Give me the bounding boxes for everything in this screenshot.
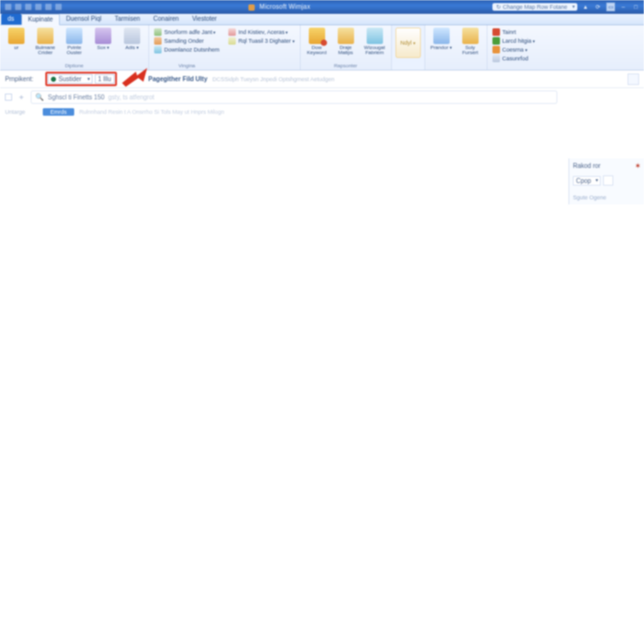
highlighted-combo-box: Sustider 1 Illu	[45, 72, 117, 86]
recipient-combo[interactable]: Sustider	[48, 74, 92, 84]
ribbon-mini-tainrt[interactable]: Tainrt	[491, 28, 536, 36]
svg-marker-0	[122, 68, 147, 87]
ribbon-group-5: Prandor Soly Fursert	[425, 25, 487, 70]
group-label	[396, 63, 421, 69]
task-pane: Rakod ror ✶ Cpop Sgute Ogene	[569, 158, 644, 204]
group-label: Vingina	[153, 63, 221, 69]
ribbon-mini-1[interactable]: Snorform adfe Jant	[153, 28, 221, 36]
list-row[interactable]: Untarge Emrds Rulnnhand Resin t A Onsrrh…	[0, 106, 644, 118]
ribbon-btn-ndyl[interactable]: Ndyl	[396, 28, 421, 58]
qat-icon[interactable]	[5, 4, 11, 10]
window-title: Microsoft Wimjax	[67, 3, 492, 10]
ribbon-btn-bulmane[interactable]: Bulmane Cridier	[33, 28, 58, 55]
ribbon-mini-casunrfod[interactable]: Casunrfod	[491, 54, 536, 63]
tab-file[interactable]: ds	[1, 14, 21, 25]
group-label	[429, 63, 483, 69]
title-bar: Microsoft Wimjax ↻ Change Map Row Fotane…	[0, 0, 644, 14]
task-pane-title: Rakod ror	[573, 162, 601, 169]
check-names-button[interactable]	[628, 74, 639, 85]
ribbon-options-icon[interactable]: ▭	[606, 3, 615, 11]
app-logo-icon	[248, 4, 255, 11]
qat-icon[interactable]	[15, 4, 21, 10]
sync-icon[interactable]: ⟳	[594, 3, 602, 11]
tab-0[interactable]: Kupinate	[21, 14, 60, 25]
ribbon-mini-coesrna[interactable]: Coesrna	[491, 45, 536, 54]
quick-access-toolbar	[0, 4, 67, 10]
status-dot-icon	[51, 77, 56, 82]
ribbon-mini-3[interactable]: Downlanoz Dutsnhem	[153, 45, 221, 54]
minimize-button[interactable]: –	[619, 3, 628, 11]
recipient-after-label: Pagegither Fild Ulty	[148, 75, 208, 82]
ribbon-btn-wizougat[interactable]: Wizougat Fabriem	[362, 28, 387, 55]
pane-button[interactable]	[603, 175, 613, 186]
ribbon-group-4: Ndyl	[392, 25, 425, 70]
ribbon-mini-4[interactable]: Ind Kistiev, Aceras	[227, 28, 296, 36]
red-arrow-annotation	[122, 72, 143, 87]
ribbon: ur Bulmane Cridier Pvinte Ouster Sox Adi…	[0, 25, 644, 70]
select-all-checkbox[interactable]	[5, 94, 12, 101]
user-icon[interactable]: ▲	[581, 3, 590, 11]
title-search-combo[interactable]: ↻ Change Map Row Fotane	[492, 3, 577, 11]
search-row: ✦ 🔍 Sghscl ti Finetts 150 gsty, ts atfen…	[0, 88, 644, 106]
row-text: Rulnnhand Resin t A Onsrrho Si Tols May …	[79, 109, 224, 115]
ribbon-group-3: Dow Keyword Draje Matips Wizougat Fabrie…	[301, 25, 392, 70]
ribbon-btn-soly[interactable]: Soly Fursert	[458, 28, 483, 55]
content-area: Prnpikent: Sustider 1 Illu Pagegither Fi…	[0, 70, 644, 644]
search-hint: gsty, ts atfengrot	[108, 94, 154, 101]
tab-3[interactable]: Conairen	[147, 14, 186, 25]
ribbon-mini-2[interactable]: Samding Onder	[153, 36, 221, 45]
tab-4[interactable]: Viestoter	[186, 14, 223, 25]
tab-1[interactable]: Duensol Piql	[60, 14, 108, 25]
ribbon-btn-pvinte[interactable]: Pvinte Ouster	[62, 28, 87, 55]
recipient-count-box[interactable]: 1 Illu	[95, 74, 114, 84]
title-right-cluster: ↻ Change Map Row Fotane ▲ ⟳ ▭ – □	[492, 3, 644, 11]
search-icon: 🔍	[35, 93, 44, 101]
ribbon-btn-adis[interactable]: Adis	[119, 28, 145, 55]
ribbon-btn-keyword[interactable]: Dow Keyword	[304, 28, 330, 55]
combo-value: Sustider	[58, 75, 82, 82]
qat-icon[interactable]	[45, 4, 52, 10]
pane-line: Sgute Ogene	[573, 194, 640, 201]
close-pane-button[interactable]: ✶	[635, 162, 640, 169]
ribbon-mini-larcd[interactable]: Larcd hitgia	[491, 36, 536, 45]
ribbon-btn-ur[interactable]: ur	[4, 28, 29, 55]
maximize-button[interactable]: □	[631, 3, 640, 11]
ribbon-mini-5[interactable]: Rql Tuasil 3 Dighater	[227, 36, 296, 45]
pane-combo[interactable]: Cpop	[573, 176, 601, 186]
qat-icon[interactable]	[55, 4, 62, 10]
recipient-label: Prnpikent:	[5, 75, 40, 82]
qat-icon[interactable]	[25, 4, 31, 10]
recipient-row: Prnpikent: Sustider 1 Illu Pagegither Fi…	[0, 70, 644, 88]
favorite-icon[interactable]: ✦	[18, 93, 25, 102]
ribbon-btn-prandor[interactable]: Prandor	[429, 28, 454, 55]
qat-icon[interactable]	[35, 4, 42, 10]
search-text: Sghscl ti Finetts 150	[48, 94, 104, 101]
row-category: Untarge	[5, 109, 43, 115]
ribbon-group-1: ur Bulmane Cridier Pvinte Ouster Sox Adi…	[0, 25, 149, 70]
row-chip: Emrds	[43, 108, 74, 116]
ribbon-group-6: Tainrt Larcd hitgia Coesrna Casunrfod	[487, 25, 540, 70]
search-box[interactable]: 🔍 Sghscl ti Finetts 150 gsty, ts atfengr…	[31, 91, 557, 104]
ribbon-tabs: ds Kupinate Duensol Piql Tarmisen Conair…	[0, 14, 644, 25]
group-label: Rapsonter	[304, 63, 387, 69]
ribbon-btn-sox[interactable]: Sox	[91, 28, 116, 55]
ribbon-btn-draje[interactable]: Draje Matips	[333, 28, 358, 55]
ribbon-group-2: Snorform adfe Jant Samding Onder Downlan…	[149, 25, 301, 70]
recipient-after-hint: DCSSidph Tueysn Jnpedi Optshgmest Aetudg…	[213, 76, 335, 82]
tab-2[interactable]: Tarmisen	[108, 14, 147, 25]
